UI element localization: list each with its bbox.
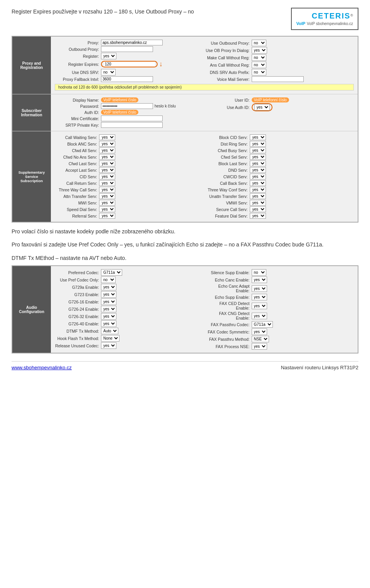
proxy-fallback-input[interactable] xyxy=(101,76,153,82)
preferred-codec-select[interactable]: G711a xyxy=(101,269,122,276)
g726-40-select[interactable]: yes xyxy=(101,320,116,327)
proxy-right-row-3: Make Call Without Reg: no xyxy=(205,54,354,61)
display-name-highlight: VoIP telefonní číslo xyxy=(101,97,138,102)
use-ob-proxy-select[interactable]: yes xyxy=(252,47,267,54)
g726-16-select[interactable]: yes xyxy=(101,298,116,305)
cfwd-all-select[interactable]: yes xyxy=(99,147,115,153)
speed-dial-select[interactable]: yes xyxy=(99,206,115,212)
block-cid-select[interactable]: yes xyxy=(250,134,266,140)
unattn-transfer-select[interactable]: yes xyxy=(250,193,266,199)
supp-s4: Cfwd No Ans Serv: yes xyxy=(55,154,204,160)
supplementary-col-right: Block CID Serv: yes Dist Ring Serv: yes … xyxy=(205,134,354,219)
use-pref-codec-select[interactable]: no xyxy=(101,276,116,283)
supp-r6: DND Serv: yes xyxy=(205,167,354,173)
g726-32-select[interactable]: yes xyxy=(101,313,116,320)
referral-select[interactable]: yes xyxy=(99,213,115,219)
g723-select[interactable]: yes xyxy=(101,291,116,298)
echo-supp-select[interactable]: yes xyxy=(252,294,267,300)
audio-col-left: Preferred Codec: G711a Use Pref Codec On… xyxy=(55,268,204,350)
use-auth-select[interactable]: yes xyxy=(254,104,270,111)
block-last-select[interactable]: yes xyxy=(250,161,266,166)
audio-r3: Echo Canc Adapt Enable: yes xyxy=(205,284,354,293)
outbound-proxy-input[interactable] xyxy=(101,46,153,52)
srtp-key-input[interactable] xyxy=(101,122,163,128)
logo-box: CETERIS® VoIP VoIP sbohempevnalinko.cz xyxy=(291,8,358,30)
block-anc-select[interactable]: yes xyxy=(99,141,115,147)
g726-24-select[interactable]: yes xyxy=(101,306,116,312)
hook-flash-select[interactable]: None xyxy=(101,335,119,342)
supp-r11: VMWI Serv: yes xyxy=(205,200,354,206)
fax-process-nse-select[interactable]: yes xyxy=(252,343,267,350)
supp-s7: CID Serv: yes xyxy=(55,174,204,179)
cwcid-select[interactable]: yes xyxy=(250,174,266,179)
attn-transfer-select[interactable]: yes xyxy=(99,193,115,199)
use-outbound-proxy-select[interactable]: no xyxy=(252,40,266,46)
cfwd-no-ans-select[interactable]: yes xyxy=(99,154,115,160)
body-text-2: Pro faxování si zadejte Use Pref Codec O… xyxy=(12,240,358,249)
sub-row-4: Mini Certificate: xyxy=(55,116,204,121)
vmwi-select[interactable]: yes xyxy=(250,200,266,206)
audio-two-col: Preferred Codec: G711a Use Pref Codec On… xyxy=(55,268,354,350)
fax-codec-sym-select[interactable]: yes xyxy=(252,328,267,335)
supplementary-sidebar: Supplementary Service Subscription xyxy=(12,131,51,222)
call-back-select[interactable]: yes xyxy=(250,180,266,186)
cfwd-last-select[interactable]: yes xyxy=(99,161,115,166)
proxy-note: hodnota od 120 do 600 (potřeba odzkoušet… xyxy=(55,84,354,90)
audio-r5: FAX CED Detect Enable: yes xyxy=(205,301,354,310)
proxy-right-row-2: Use OB Proxy In Dialog: yes xyxy=(205,47,354,54)
three-way-conf-select[interactable]: yes xyxy=(250,187,266,193)
supp-r9: Three Way Conf Serv: yes xyxy=(205,187,354,193)
mini-cert-input[interactable] xyxy=(101,116,163,121)
mwi-select[interactable]: yes xyxy=(99,200,115,206)
silence-supp-select[interactable]: no xyxy=(252,269,266,276)
subscriber-col-left: Display Name: VoIP telefonní číslo Passw… xyxy=(55,97,204,129)
voice-mail-input[interactable] xyxy=(252,76,304,82)
fax-ced-select[interactable]: yes xyxy=(252,303,267,309)
register-expires-input[interactable] xyxy=(104,62,155,67)
fax-cng-select[interactable]: yes xyxy=(252,313,267,319)
supplementary-col-left: Call Waiting Serv: yes Block ANC Serv: y… xyxy=(55,134,204,219)
dnd-select[interactable]: yes xyxy=(250,167,266,173)
use-auth-highlight: yes xyxy=(252,103,272,111)
accept-last-select[interactable]: yes xyxy=(99,167,115,173)
cid-select[interactable]: yes xyxy=(99,174,115,179)
three-way-call-select[interactable]: yes xyxy=(99,187,115,193)
ans-call-select[interactable]: no xyxy=(252,62,266,68)
call-waiting-select[interactable]: yes xyxy=(99,134,115,140)
secure-call-select[interactable]: yes xyxy=(250,206,266,212)
audio-l4: G723 Enable: yes xyxy=(55,291,204,298)
cfwd-sel-select[interactable]: yes xyxy=(250,154,266,160)
use-dns-srv-select[interactable]: no xyxy=(101,69,116,75)
audio-l6: G726-24 Enable: yes xyxy=(55,306,204,312)
register-select[interactable]: yes xyxy=(101,53,116,59)
proxy-input[interactable] xyxy=(101,40,163,45)
supp-s6: Accept Last Serv: yes xyxy=(55,167,204,173)
feature-dial-select[interactable]: yes xyxy=(250,213,266,219)
proxy-section: Proxy and Registration Proxy: Outbound P… xyxy=(12,37,358,94)
dtmf-tx-select[interactable]: Auto xyxy=(101,328,118,334)
dist-ring-select[interactable]: yes xyxy=(250,141,266,147)
sub-row-5: SRTP Private Key: xyxy=(55,122,204,128)
g729a-select[interactable]: yes xyxy=(101,284,116,290)
audio-content: Preferred Codec: G711a Use Pref Codec On… xyxy=(51,266,358,353)
echo-canc-select[interactable]: yes xyxy=(252,276,267,283)
proxy-right-row-5: DNS SRV Auto Prefix: no xyxy=(205,69,354,75)
release-unused-select[interactable]: yes xyxy=(101,342,116,349)
footer: www.sbohempevnalinko.cz Nastavení router… xyxy=(12,361,358,370)
make-call-select[interactable]: no xyxy=(252,54,266,61)
body-text-1: Pro volací číslo si nastavte kodeky podl… xyxy=(12,227,358,236)
supp-r1: Block CID Serv: yes xyxy=(205,134,354,140)
echo-canc-adapt-select[interactable]: yes xyxy=(252,285,267,292)
fax-passthru-method-select[interactable]: NSE xyxy=(252,336,269,342)
supp-r7: CWCID Serv: yes xyxy=(205,174,354,179)
dns-srv-prefix-select[interactable]: no xyxy=(252,69,266,75)
footer-link[interactable]: www.sbohempevnalinko.cz xyxy=(12,365,72,370)
password-input[interactable] xyxy=(101,103,153,109)
proxy-row-6: Proxy Fallback Intvl: xyxy=(55,76,204,82)
supp-s5: Cfwd Last Serv: yes xyxy=(55,161,204,166)
cfwd-busy-select[interactable]: yes xyxy=(250,147,266,153)
supplementary-two-col: Call Waiting Serv: yes Block ANC Serv: y… xyxy=(55,134,354,219)
fax-passthru-codec-select[interactable]: G711a xyxy=(252,321,273,328)
proxy-row-2: Outbound Proxy: xyxy=(55,46,204,52)
call-return-select[interactable]: yes xyxy=(99,180,115,186)
